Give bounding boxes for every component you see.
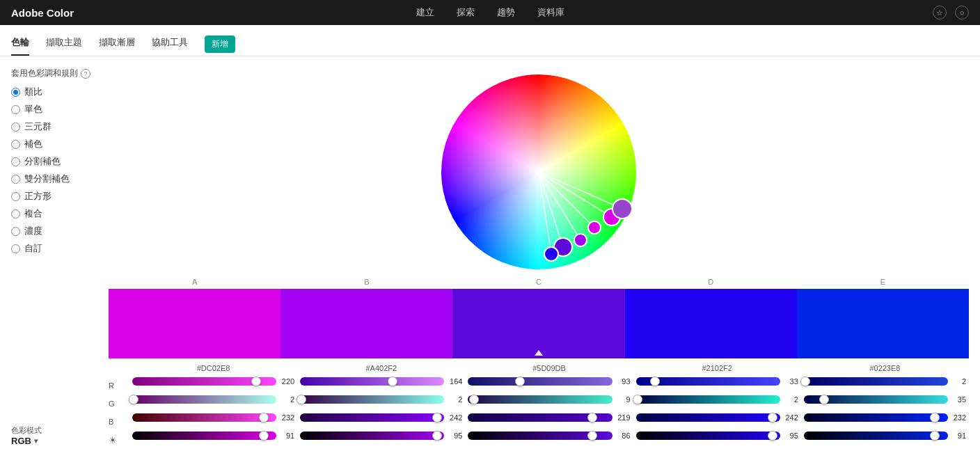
info-icon[interactable]: ? [81,69,90,79]
nav-library[interactable]: 資料庫 [537,6,564,19]
slider-thumb-1-br[interactable] [432,431,442,441]
slider-thumb-3-B[interactable] [768,413,777,422]
slider-value-4-B: 232 [951,413,966,422]
slider-track-2-B[interactable] [468,413,612,422]
harmony-option-1[interactable]: 單色 [11,104,109,116]
slider-track-2-br[interactable] [468,432,612,440]
slider-thumb-1-R[interactable] [388,377,397,386]
slider-track-3-R[interactable] [636,377,780,386]
nav-explore[interactable]: 探索 [457,6,475,19]
slider-track-4-G[interactable] [804,395,948,404]
slider-thumb-0-br[interactable] [259,431,269,441]
star-icon[interactable]: ☆ [933,6,947,19]
color-wheel[interactable] [441,74,636,269]
slider-track-1-G[interactable] [300,395,444,404]
slider-track-2-G[interactable] [468,395,612,404]
color-mode-select[interactable]: RGB ▾ [11,436,42,446]
hex-label-0: #DC02E8 [129,364,297,374]
slider-value-3-br: 95 [783,432,798,440]
color-mode-label: 色彩模式 [11,425,42,436]
nav-create[interactable]: 建立 [416,6,434,19]
slider-value-3-G: 2 [783,395,798,404]
harmony-option-4[interactable]: 分割補色 [11,156,109,168]
user-icon[interactable]: ○ [955,6,969,19]
swatch-A[interactable] [109,289,280,358]
slider-track-3-B[interactable] [636,413,780,422]
tab-extract-gradient[interactable]: 擷取漸層 [99,32,135,56]
slider-track-3-G[interactable] [636,395,780,404]
slider-track-2-R[interactable] [468,377,612,386]
slider-thumb-2-R[interactable] [515,377,525,386]
slider-value-2-B: 219 [615,413,631,422]
tab-extract-theme[interactable]: 擷取主題 [46,32,82,56]
swatch-D[interactable] [625,289,797,358]
swatch-label-B: B [280,278,452,289]
harmony-option-3[interactable]: 補色 [11,138,109,150]
slider-row-3-B: 242 [636,410,798,425]
slider-thumb-4-G[interactable] [819,395,829,404]
slider-thumb-0-R[interactable] [251,377,261,386]
slider-track-0-B[interactable] [132,413,276,422]
harmony-option-6[interactable]: 正方形 [11,191,109,203]
harmony-option-7[interactable]: 複合 [11,208,109,220]
slider-row-4-G: 35 [804,392,966,407]
slider-value-2-br: 86 [615,432,631,440]
slider-thumb-0-B[interactable] [259,413,269,422]
tab-accessibility[interactable]: 協助工具 [152,32,188,56]
hex-label-2: #5D09DB [465,364,633,374]
swatch-C[interactable] [452,289,624,358]
slider-row-3-G: 2 [636,392,798,407]
slider-value-2-G: 9 [615,395,631,404]
slider-track-0-br[interactable] [132,432,276,440]
brightness-label: ☀ [109,432,129,448]
slider-thumb-4-R[interactable] [800,377,810,386]
color-wheel-overlay [441,74,636,269]
slider-thumb-2-br[interactable] [587,431,597,441]
active-swatch-marker [535,350,543,356]
slider-thumb-2-G[interactable] [469,395,479,404]
swatch-label-C: C [452,278,624,289]
slider-thumb-3-br[interactable] [768,431,777,441]
slider-thumb-1-B[interactable] [432,413,442,422]
slider-track-1-B[interactable] [300,413,444,422]
slider-thumb-0-G[interactable] [129,395,139,404]
slider-track-3-br[interactable] [636,432,780,440]
slider-track-0-R[interactable] [132,377,276,386]
slider-track-0-G[interactable] [132,395,276,404]
slider-thumb-3-G[interactable] [633,395,642,404]
slider-row-2-B: 219 [468,410,630,425]
harmony-option-5[interactable]: 雙分割補色 [11,173,109,185]
radio-circle-0 [11,88,20,97]
slider-track-4-br[interactable] [804,432,948,440]
harmony-option-9[interactable]: 自訂 [11,243,109,255]
slider-thumb-2-B[interactable] [587,413,597,422]
radio-circle-1 [11,105,20,114]
slider-track-1-R[interactable] [300,377,444,386]
sliders-all: R G B ☀ 22022329116422429593921986332242… [109,374,969,448]
slider-value-1-R: 164 [447,377,462,386]
swatch-B[interactable] [280,289,452,358]
slider-track-4-B[interactable] [804,413,948,422]
new-button[interactable]: 新增 [205,35,235,53]
swatch-labels: ABCDE [109,278,969,289]
slider-thumb-4-B[interactable] [930,413,940,422]
slider-thumb-3-R[interactable] [650,377,660,386]
harmony-option-8[interactable]: 濃度 [11,225,109,237]
sidebar: 套用色彩調和規則 ? 類比單色三元群補色分割補色雙分割補色正方形複合濃度自訂 [11,68,109,448]
harmony-option-2[interactable]: 三元群 [11,121,109,133]
slider-row-2-br: 86 [468,428,630,443]
slider-track-1-br[interactable] [300,432,444,440]
slider-track-4-R[interactable] [804,377,948,386]
g-label: G [109,396,129,411]
nav-trends[interactable]: 趨勢 [497,6,515,19]
tab-color-wheel[interactable]: 色輪 [11,32,29,56]
swatch-label-D: D [625,278,797,289]
slider-value-0-br: 91 [279,432,294,440]
harmony-option-0[interactable]: 類比 [11,86,109,98]
slider-thumb-4-br[interactable] [930,431,940,441]
topnav: Adobe Color 建立 探索 趨勢 資料庫 ☆ ○ [0,0,980,25]
swatch-E[interactable] [797,289,969,358]
hex-label-4: #0223E8 [801,364,969,374]
hex-label-3: #2102F2 [633,364,801,374]
slider-thumb-1-G[interactable] [297,395,306,404]
